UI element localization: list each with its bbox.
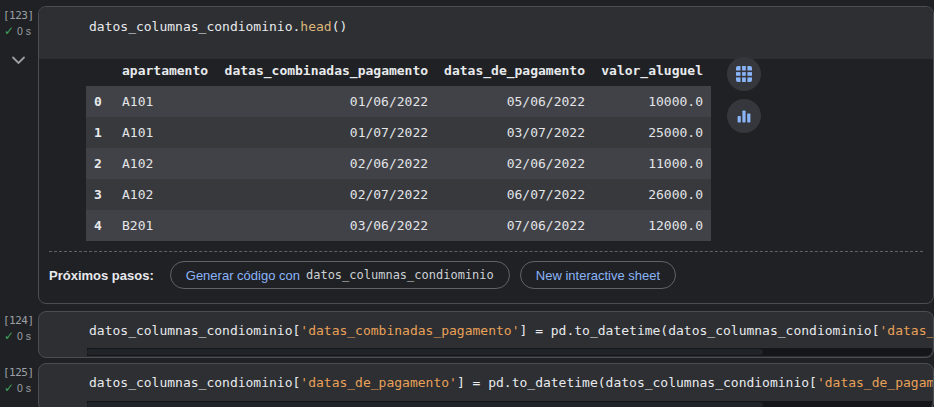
bar-chart-icon [735, 107, 753, 125]
run-status-124: ✓ 0 s [4, 330, 31, 342]
code-token: () [332, 19, 348, 34]
code-token: datos_columnas_condiominio[ [89, 375, 300, 390]
row-index: 1 [86, 117, 114, 148]
output-divider [49, 251, 923, 252]
row-index: 4 [86, 210, 114, 241]
cell-valor-aluguel: 10000.0 [593, 86, 711, 117]
cell-datas-combinadas: 02/06/2022 [216, 148, 436, 179]
check-icon: ✓ [4, 25, 14, 37]
run-status-125: ✓ 0 s [4, 382, 31, 394]
code-token: ] = pd.to_datetime(datos_columnas_condio… [519, 323, 879, 338]
next-steps-label: Próximos pasos: [49, 268, 154, 283]
execution-time: 0 s [17, 330, 31, 342]
collapse-output-icon[interactable] [11, 56, 26, 65]
code-token: datos_columnas_condiominio. [89, 19, 300, 34]
cell-valor-aluguel: 12000.0 [593, 210, 711, 241]
code-cell-125: datos_columnas_condiominio['datas_de_pag… [38, 363, 934, 407]
cell-valor-aluguel: 11000.0 [593, 148, 711, 179]
table-header-row: apartamento datas_combinadas_pagamento d… [86, 55, 711, 86]
notebook-page: [123] ✓ 0 s datos_columnas_condiominio.h… [0, 0, 934, 407]
cell-valor-aluguel: 25000.0 [593, 117, 711, 148]
cell-datas-de-pagamento: 02/06/2022 [436, 148, 593, 179]
scrollbar-thumb[interactable] [87, 402, 763, 407]
scrollbar-thumb[interactable] [87, 349, 763, 355]
dataframe-name: datos_columnas_condiominio [306, 268, 494, 282]
header-datas-combinadas-pagamento: datas_combinadas_pagamento [216, 55, 436, 86]
execution-time: 0 s [17, 382, 31, 394]
cell-datas-combinadas: 03/06/2022 [216, 210, 436, 241]
cell-datas-de-pagamento: 05/06/2022 [436, 86, 593, 117]
chart-suggestions-button[interactable] [727, 99, 761, 133]
code-editor[interactable]: datos_columnas_condiominio['datas_combin… [39, 312, 933, 338]
interactive-table-button[interactable] [727, 57, 761, 91]
table-row: 4 B201 03/06/2022 07/06/2022 12000.0 [86, 210, 711, 241]
generate-code-label: Generar código con [186, 268, 300, 283]
new-interactive-sheet-button[interactable]: New interactive sheet [520, 261, 676, 289]
code-editor[interactable]: datos_columnas_condiominio.head() [39, 7, 933, 59]
code-token: ] = pd.to_datetime(datos_columnas_condio… [457, 375, 817, 390]
row-index: 2 [86, 148, 114, 179]
table-row: 3 A102 02/07/2022 06/07/2022 26000.0 [86, 179, 711, 210]
cell-datas-combinadas: 02/07/2022 [216, 179, 436, 210]
code-token: 'datas_ [880, 323, 933, 338]
new-interactive-sheet-label: New interactive sheet [536, 268, 660, 283]
cell-apartamento: A102 [114, 179, 216, 210]
code-cell-123: datos_columnas_condiominio.head() aparta… [38, 6, 934, 304]
table-icon [735, 65, 753, 83]
cell-datas-combinadas: 01/07/2022 [216, 117, 436, 148]
header-valor-aluguel: valor_aluguel [593, 55, 711, 86]
cell-datas-de-pagamento: 07/06/2022 [436, 210, 593, 241]
header-datas-de-pagamento: datas_de_pagamento [436, 55, 593, 86]
code-cell-124: datos_columnas_condiominio['datas_combin… [38, 311, 934, 358]
row-index: 3 [86, 179, 114, 210]
generate-code-button[interactable]: Generar código con datos_columnas_condio… [170, 261, 510, 289]
execution-count-124[interactable]: [124] [3, 314, 34, 327]
cell-apartamento: A101 [114, 117, 216, 148]
dataframe-table: apartamento datas_combinadas_pagamento d… [86, 55, 711, 241]
run-status-123: ✓ 0 s [4, 25, 31, 37]
execution-time: 0 s [17, 25, 31, 37]
check-icon: ✓ [4, 382, 14, 394]
check-icon: ✓ [4, 330, 14, 342]
cell-datas-combinadas: 01/06/2022 [216, 86, 436, 117]
cell-datas-de-pagamento: 03/07/2022 [436, 117, 593, 148]
code-token: 'datas_combinadas_pagamento' [300, 323, 519, 338]
horizontal-scrollbar[interactable] [87, 401, 932, 407]
cell-datas-de-pagamento: 06/07/2022 [436, 179, 593, 210]
table-row: 1 A101 01/07/2022 03/07/2022 25000.0 [86, 117, 711, 148]
header-index [86, 55, 114, 86]
execution-count-125[interactable]: [125] [3, 366, 34, 379]
code-token: head [300, 19, 331, 34]
code-editor[interactable]: datos_columnas_condiominio['datas_de_pag… [39, 364, 933, 390]
execution-count-123[interactable]: [123] [3, 9, 34, 22]
header-apartamento: apartamento [114, 55, 216, 86]
code-token: datos_columnas_condiominio[ [89, 323, 300, 338]
cell-apartamento: A102 [114, 148, 216, 179]
cell-apartamento: B201 [114, 210, 216, 241]
next-steps-bar: Próximos pasos: Generar código con datos… [49, 261, 676, 289]
cell-apartamento: A101 [114, 86, 216, 117]
code-token: 'datas_de_pagamento' [300, 375, 457, 390]
horizontal-scrollbar[interactable] [87, 348, 932, 356]
code-token: 'datas_de_pagam [817, 375, 933, 390]
row-index: 0 [86, 86, 114, 117]
cell-valor-aluguel: 26000.0 [593, 179, 711, 210]
table-row: 0 A101 01/06/2022 05/06/2022 10000.0 [86, 86, 711, 117]
table-row: 2 A102 02/06/2022 02/06/2022 11000.0 [86, 148, 711, 179]
